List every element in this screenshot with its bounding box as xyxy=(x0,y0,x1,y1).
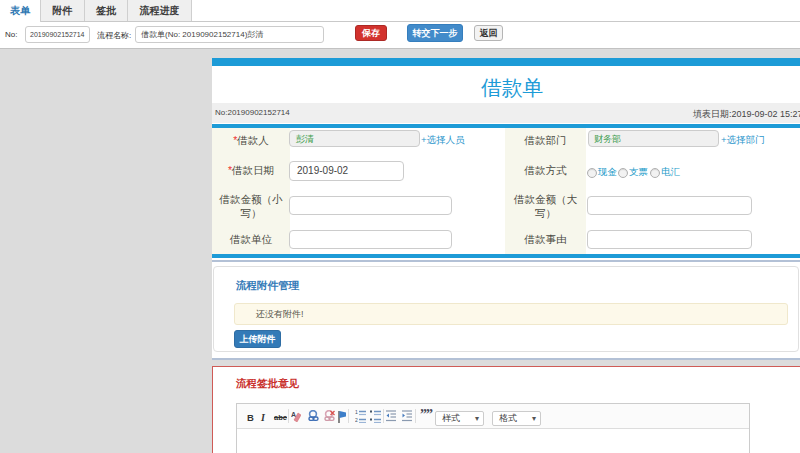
svg-text:A: A xyxy=(291,411,296,418)
svg-text:1: 1 xyxy=(355,409,358,415)
svg-text:2: 2 xyxy=(355,417,358,423)
